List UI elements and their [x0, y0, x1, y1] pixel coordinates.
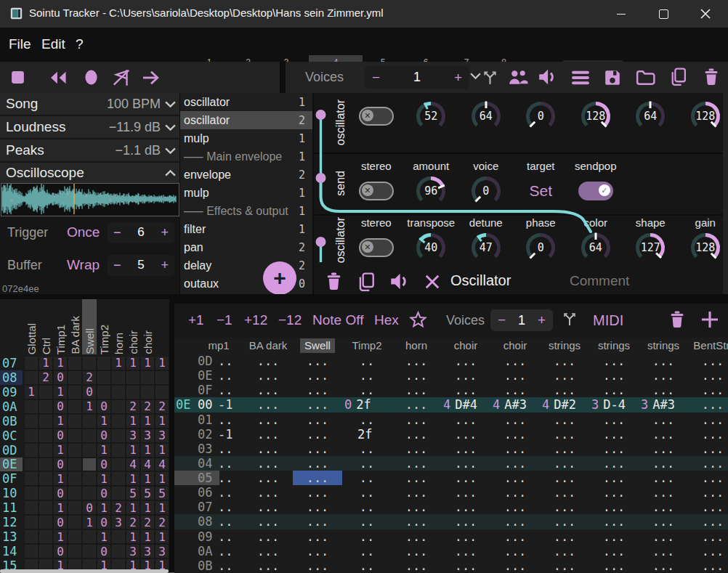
- order-row-number[interactable]: 0F: [0, 471, 23, 486]
- order-cell[interactable]: [112, 444, 125, 457]
- pattern-cell[interactable]: ...: [639, 514, 688, 529]
- pattern-cell[interactable]: ...: [392, 485, 441, 500]
- pattern-cell[interactable]: ..: [194, 485, 243, 500]
- pattern-cell[interactable]: ..: [342, 368, 392, 383]
- order-cell[interactable]: [25, 429, 38, 442]
- order-cell[interactable]: 1: [126, 472, 139, 485]
- order-cell[interactable]: 1: [112, 357, 125, 370]
- order-cell[interactable]: 2: [155, 516, 169, 529]
- order-cell[interactable]: 1: [141, 472, 154, 485]
- order-row-number[interactable]: 14: [0, 544, 23, 558]
- order-cell[interactable]: [112, 472, 125, 485]
- order-cell[interactable]: 2: [83, 371, 96, 384]
- order-cell[interactable]: [97, 386, 110, 399]
- folder-icon[interactable]: [636, 70, 655, 86]
- order-cell[interactable]: 0: [83, 501, 96, 514]
- knob-phase[interactable]: 0: [524, 231, 557, 264]
- pattern-cell[interactable]: ...: [540, 529, 589, 544]
- order-cell[interactable]: 1: [155, 415, 169, 428]
- order-cell[interactable]: 4: [155, 458, 169, 471]
- order-cell[interactable]: 0: [54, 371, 67, 384]
- order-cell[interactable]: 1: [141, 530, 154, 543]
- track-header-strings[interactable]: strings: [540, 338, 589, 354]
- order-cell[interactable]: [155, 371, 169, 384]
- knob-gain[interactable]: 128: [689, 231, 722, 264]
- loudness-row[interactable]: Loudness −11.9 dB: [0, 116, 179, 138]
- order-row-number[interactable]: 09: [0, 385, 23, 399]
- pattern-cell[interactable]: ...: [688, 500, 728, 514]
- order-cell[interactable]: [68, 429, 81, 442]
- order-cell[interactable]: [83, 415, 96, 428]
- trigger-mode-button[interactable]: Once: [67, 224, 100, 240]
- order-cell[interactable]: 5: [141, 487, 154, 500]
- pattern-cell[interactable]: ...: [293, 413, 342, 427]
- pattern-cell[interactable]: ...: [639, 427, 688, 442]
- order-cell[interactable]: [39, 501, 52, 514]
- order-cell[interactable]: 0: [54, 545, 67, 558]
- pattern-cell[interactable]: ...: [441, 427, 490, 442]
- trigger-plus-button[interactable]: +: [155, 225, 174, 240]
- chevron-down-icon[interactable]: [164, 123, 177, 131]
- order-cell[interactable]: [83, 458, 96, 471]
- knob-amount[interactable]: 96: [414, 174, 448, 208]
- unit-list-item[interactable]: oscillator2: [180, 111, 312, 129]
- pattern-cell[interactable]: ...: [639, 529, 688, 544]
- pattern-cell[interactable]: ...: [490, 544, 540, 558]
- pattern-cell[interactable]: ...: [392, 354, 441, 368]
- order-cell[interactable]: 1: [126, 444, 139, 457]
- users-icon[interactable]: [509, 69, 528, 85]
- order-cell[interactable]: [83, 357, 96, 370]
- order-cell[interactable]: 1: [141, 415, 154, 428]
- pattern-cell[interactable]: ...: [392, 500, 441, 514]
- pattern-cell[interactable]: ...: [688, 368, 728, 383]
- pattern-cell[interactable]: ..: [342, 544, 392, 558]
- unit-list-item[interactable]: envelope2: [180, 166, 312, 184]
- order-cell[interactable]: [39, 415, 52, 428]
- track-header-swell[interactable]: Swell: [293, 338, 342, 354]
- pattern-cell[interactable]: ...: [441, 558, 490, 573]
- pattern-cell[interactable]: ...: [589, 544, 639, 558]
- pattern-cell[interactable]: ...: [589, 471, 639, 485]
- order-cell[interactable]: 2: [126, 400, 139, 413]
- pattern-cell[interactable]: ...: [293, 514, 342, 529]
- pattern-cell[interactable]: ...: [639, 442, 688, 456]
- chevron-up-icon[interactable]: [164, 169, 177, 177]
- order-cell[interactable]: [39, 530, 52, 543]
- pattern-cell[interactable]: ...: [490, 558, 540, 573]
- pattern-cell[interactable]: ...: [688, 442, 728, 456]
- pattern-cell[interactable]: ...: [293, 500, 342, 514]
- pattern-cell[interactable]: ...: [688, 529, 728, 544]
- order-cell[interactable]: 0: [97, 458, 110, 471]
- pattern-cell[interactable]: ...: [243, 529, 293, 544]
- pattern-cell[interactable]: ..: [342, 442, 392, 456]
- pattern-cell[interactable]: ...: [392, 368, 441, 383]
- toggle-stereo[interactable]: ✕: [359, 182, 394, 200]
- unit-list-item[interactable]: filter1: [180, 220, 312, 238]
- order-cell[interactable]: [25, 501, 38, 514]
- pattern-cell[interactable]: ...: [293, 485, 342, 500]
- pattern-cell[interactable]: ...: [589, 485, 639, 500]
- pattern-cell[interactable]: ...: [589, 354, 639, 368]
- pattern-cell[interactable]: ..: [342, 485, 392, 500]
- unit-list-item[interactable]: pan2: [180, 238, 312, 256]
- pattern-cell[interactable]: ...: [688, 471, 728, 485]
- pattern-cell[interactable]: ...: [688, 413, 728, 427]
- order-cell[interactable]: [68, 530, 81, 543]
- order-cell[interactable]: [25, 458, 38, 471]
- order-cell[interactable]: 0: [97, 545, 110, 558]
- order-cell[interactable]: 3: [141, 429, 154, 442]
- pattern-cell[interactable]: ...: [293, 442, 342, 456]
- pattern-cell[interactable]: ...: [589, 529, 639, 544]
- knob-param[interactable]: 64: [469, 99, 503, 133]
- pattern-cell[interactable]: ...: [293, 529, 342, 544]
- peaks-row[interactable]: Peaks −1.1 dB: [0, 139, 179, 161]
- pattern-cell[interactable]: ...: [392, 442, 441, 456]
- pattern-cell[interactable]: ..: [194, 558, 243, 573]
- pattern-cell[interactable]: ...: [293, 368, 342, 383]
- chevron-down-icon[interactable]: [164, 147, 177, 155]
- transpose-up-12-button[interactable]: +12: [244, 312, 267, 328]
- pattern-cell[interactable]: 02f: [342, 397, 392, 412]
- pattern-cell[interactable]: ...: [639, 544, 688, 558]
- pattern-cell[interactable]: ...: [490, 514, 540, 529]
- pattern-cell[interactable]: ...: [589, 442, 639, 456]
